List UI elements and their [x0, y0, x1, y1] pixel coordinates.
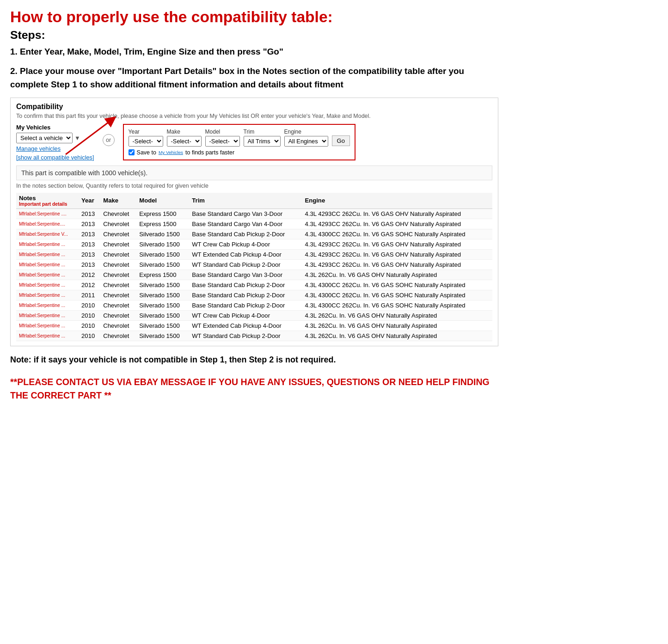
- make-cell: Chevrolet: [100, 310, 136, 320]
- year-label: Year: [129, 129, 163, 135]
- save-checkbox[interactable]: [129, 149, 135, 155]
- trim-cell: Base Standard Cab Pickup 2-Door: [189, 229, 302, 239]
- go-button[interactable]: Go: [332, 135, 350, 146]
- trim-cell: Base Standard Cab Pickup 2-Door: [189, 300, 302, 310]
- year-select[interactable]: -Select-: [129, 136, 163, 147]
- make-cell: Chevrolet: [100, 331, 136, 341]
- table-row: Mfrlabel:Serpentine ... 2010 Chevrolet S…: [16, 300, 492, 310]
- notes-cell: Mfrlabel:Serpentine ...: [16, 290, 79, 300]
- compatibility-section: Compatibility To confirm that this part …: [10, 98, 498, 346]
- table-row: Mfrlabel:Serpentine ... 2013 Chevrolet S…: [16, 239, 492, 249]
- notes-cell: Mfrlabel:Serpentine ...: [16, 300, 79, 310]
- model-field: Model -Select-: [205, 129, 240, 147]
- engine-field: Engine All Engines: [284, 129, 328, 147]
- trim-cell: WT Standard Cab Pickup 2-Door: [189, 259, 302, 270]
- trim-cell: WT Extended Cab Pickup 4-Door: [189, 249, 302, 259]
- select-vehicle-dropdown[interactable]: Select a vehicle: [16, 133, 73, 143]
- trim-cell: WT Extended Cab Pickup 4-Door: [189, 320, 302, 331]
- year-cell: 2010: [79, 331, 100, 341]
- engine-cell: 4.3L 4300CC 262Cu. In. V6 GAS SOHC Natur…: [302, 300, 492, 310]
- compat-subtitle: To confirm that this part fits your vehi…: [16, 113, 492, 119]
- model-cell: Express 1500: [136, 219, 189, 229]
- manage-vehicles-link[interactable]: Manage vehicles: [16, 145, 94, 152]
- engine-cell: 4.3L 4293CC 262Cu. In. V6 GAS OHV Natura…: [302, 259, 492, 270]
- model-cell: Express 1500: [136, 209, 189, 219]
- notes-cell: Mfrlabel:Serpentine V...: [16, 229, 79, 239]
- save-my-vehicles-link[interactable]: My Vehicles: [159, 150, 183, 155]
- model-cell: Silverado 1500: [136, 290, 189, 300]
- year-cell: 2011: [79, 290, 100, 300]
- year-cell: 2010: [79, 310, 100, 320]
- make-cell: Chevrolet: [100, 320, 136, 331]
- trim-cell: Base Standard Cab Pickup 2-Door: [189, 290, 302, 300]
- engine-cell: 4.3L 4300CC 262Cu. In. V6 GAS SOHC Natur…: [302, 290, 492, 300]
- model-cell: Silverado 1500: [136, 239, 189, 249]
- table-row: Mfrlabel:Serpentine ... 2010 Chevrolet S…: [16, 331, 492, 341]
- table-row: Mfrlabel:Serpentine ... 2010 Chevrolet S…: [16, 310, 492, 320]
- col-header-notes: Notes Important part details: [16, 193, 79, 209]
- table-row: Mfrlabel:Serpentine.... 2013 Chevrolet E…: [16, 219, 492, 229]
- make-select[interactable]: -Select-: [167, 136, 202, 147]
- make-cell: Chevrolet: [100, 259, 136, 270]
- show-all-link[interactable]: [show all compatible vehicles]: [16, 154, 94, 161]
- model-cell: Express 1500: [136, 270, 189, 280]
- engine-cell: 4.3L 262Cu. In. V6 GAS OHV Naturally Asp…: [302, 310, 492, 320]
- table-row: Mfrlabel:Serpentine ... 2010 Chevrolet S…: [16, 320, 492, 331]
- model-cell: Silverado 1500: [136, 300, 189, 310]
- notes-sub-header: Important part details: [19, 202, 76, 207]
- notes-cell: Mfrlabel:Serpentine ...: [16, 331, 79, 341]
- notes-cell: Mfrlabel:Serpentine ...: [16, 259, 79, 270]
- contact-text: **PLEASE CONTACT US VIA EBAY MESSAGE IF …: [10, 375, 498, 403]
- notes-cell: Mfrlabel:Serpentine ...: [16, 270, 79, 280]
- make-cell: Chevrolet: [100, 209, 136, 219]
- make-label: Make: [167, 129, 202, 135]
- trim-cell: Base Standard Cargo Van 3-Door: [189, 270, 302, 280]
- compatibility-table: Notes Important part details Year Make M…: [16, 193, 492, 341]
- year-field: Year -Select-: [129, 129, 163, 147]
- table-row: Mfrlabel:Serpentine ... 2012 Chevrolet S…: [16, 280, 492, 290]
- engine-cell: 4.3L 4293CC 262Cu. In. V6 GAS OHV Natura…: [302, 239, 492, 249]
- year-cell: 2013: [79, 239, 100, 249]
- make-cell: Chevrolet: [100, 300, 136, 310]
- year-make-engine-form: Year -Select- Make -Select- Model: [123, 124, 356, 160]
- make-field: Make -Select-: [167, 129, 202, 147]
- model-cell: Silverado 1500: [136, 320, 189, 331]
- year-cell: 2013: [79, 259, 100, 270]
- table-row: Mfrlabel:Serpentine V... 2013 Chevrolet …: [16, 229, 492, 239]
- engine-cell: 4.3L 4293CC 262Cu. In. V6 GAS OHV Natura…: [302, 219, 492, 229]
- model-cell: Silverado 1500: [136, 259, 189, 270]
- trim-select[interactable]: All Trims: [244, 136, 281, 147]
- engine-label: Engine: [284, 129, 328, 135]
- model-cell: Silverado 1500: [136, 310, 189, 320]
- notes-cell: Mfrlabel:Serpentine ...: [16, 280, 79, 290]
- col-header-model: Model: [136, 193, 189, 209]
- engine-cell: 4.3L 262Cu. In. V6 GAS OHV Naturally Asp…: [302, 320, 492, 331]
- year-cell: 2010: [79, 300, 100, 310]
- make-cell: Chevrolet: [100, 249, 136, 259]
- trim-field: Trim All Trims: [244, 129, 281, 147]
- notes-cell: Mfrlabel:Serpentine....: [16, 219, 79, 229]
- engine-cell: 4.3L 4293CC 262Cu. In. V6 GAS OHV Natura…: [302, 249, 492, 259]
- save-to-my-vehicles-row: Save to My Vehicles to finds parts faste…: [129, 149, 350, 156]
- save-text: Save to: [137, 149, 156, 156]
- trim-label: Trim: [244, 129, 281, 135]
- engine-cell: 4.3L 262Cu. In. V6 GAS OHV Naturally Asp…: [302, 270, 492, 280]
- model-select[interactable]: -Select-: [205, 136, 240, 147]
- dropdown-arrow-icon: ▼: [74, 135, 80, 141]
- notes-cell: Mfrlabel:Serpentine ...: [16, 310, 79, 320]
- trim-cell: Base Standard Cab Pickup 2-Door: [189, 280, 302, 290]
- step1-text: 1. Enter Year, Make, Model, Trim, Engine…: [10, 45, 498, 58]
- engine-cell: 4.3L 4300CC 262Cu. In. V6 GAS SOHC Natur…: [302, 229, 492, 239]
- page-title: How to properly use the compatibility ta…: [10, 8, 498, 26]
- steps-heading: Steps:: [10, 29, 498, 42]
- trim-cell: WT Crew Cab Pickup 4-Door: [189, 239, 302, 249]
- compat-title: Compatibility: [16, 103, 492, 111]
- table-row: Mfrlabel:Serpentine ... 2013 Chevrolet S…: [16, 249, 492, 259]
- year-cell: 2013: [79, 249, 100, 259]
- year-cell: 2013: [79, 219, 100, 229]
- notes-cell: Mfrlabel:Serpentine ....: [16, 209, 79, 219]
- engine-select[interactable]: All Engines: [284, 136, 328, 147]
- model-cell: Silverado 1500: [136, 331, 189, 341]
- col-header-engine: Engine: [302, 193, 492, 209]
- make-cell: Chevrolet: [100, 270, 136, 280]
